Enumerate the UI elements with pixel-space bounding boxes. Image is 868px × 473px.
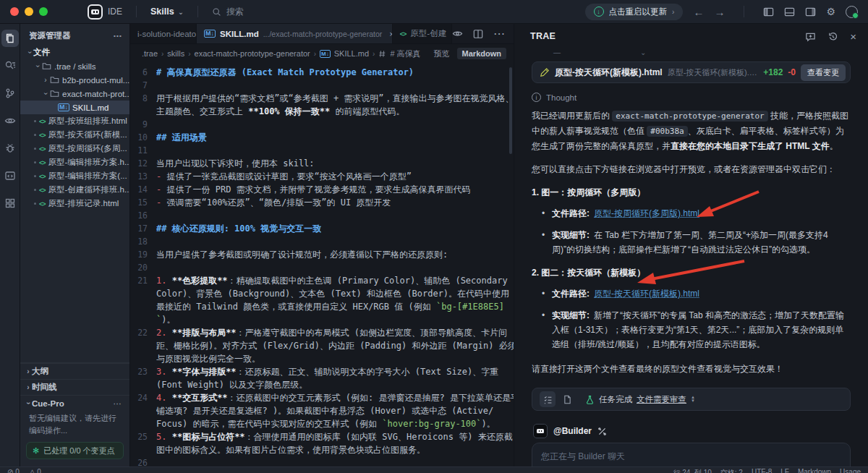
tree-item-4[interactable]: M↓SKILL.md (20, 101, 129, 114)
changed-file-card[interactable]: 原型-按天循环(新模板).html 原型-按天循环(新模板).html +182… (532, 61, 851, 83)
account-avatar[interactable] (846, 6, 858, 18)
close-panel-icon[interactable]: × (850, 30, 856, 43)
markdown-file-icon: M↓ (58, 103, 69, 111)
download-icon: ↓ (594, 7, 604, 17)
todo-list-icon[interactable] (540, 391, 556, 407)
editor-group: i-solution-ideator M↓ SKILL.md .../exact… (130, 24, 514, 466)
code-line: 铺选项? 是开关还是复选框? )。如果截图中有悬浮态 (Hover) 或选中态 … (130, 404, 514, 417)
split-editor-icon[interactable] (473, 29, 483, 39)
modified-dot-icon (34, 134, 36, 136)
thought-header[interactable]: i Thought (532, 93, 851, 102)
close-window-button[interactable] (10, 7, 19, 16)
language-mode-badge[interactable]: Markdown (457, 48, 506, 59)
eol[interactable]: LF (780, 468, 789, 473)
back-button[interactable]: ← (693, 6, 704, 18)
builder-agent-row[interactable]: @Builder (532, 419, 851, 443)
zoom-window-button[interactable] (39, 7, 48, 16)
explorer-icon[interactable] (1, 30, 19, 47)
settings-gear-icon[interactable]: ⚙ (826, 6, 835, 17)
divider (136, 6, 137, 17)
code-panel-icon[interactable] (1, 167, 19, 184)
preview-eye-icon[interactable] (1, 112, 19, 129)
code-line: 图中的图标含义。如果有图片占位需求，使用背景色块或占位图服务。 (130, 443, 514, 456)
warning-count[interactable]: △ 0 (30, 468, 41, 473)
forward-button[interactable]: → (714, 6, 725, 18)
outline-section[interactable]: ›大纲 (20, 363, 129, 379)
tree-item-7[interactable]: <>原型-按周循环(多周... (20, 142, 129, 155)
sidebar-more-icon[interactable]: ⋯ (114, 31, 123, 41)
file-path: 原型-按天循环(新模板).html (668, 67, 759, 78)
item1-title: 1. 图一：按周循环（多周版） (532, 187, 851, 199)
cuepro-status[interactable]: ✻ 已处理 0/0 个变更点 (26, 442, 124, 459)
tree-item-1[interactable]: ›.trae / skills (20, 59, 129, 73)
toggle-left-panel-button[interactable] (763, 7, 774, 17)
tree-item-6[interactable]: <>原型-按天循环(新模... (20, 128, 129, 142)
tree-item-label: 文件 (33, 47, 50, 58)
view-changes-button[interactable]: 查看变更 (801, 64, 846, 81)
timeline-section[interactable]: ›时间线 (20, 379, 129, 395)
tree-item-5[interactable]: <>原型-按班组排班.html (20, 114, 129, 128)
tree-item-11[interactable]: <>原型-排班记录.html (20, 197, 129, 210)
tab-i-solution-ideator[interactable]: i-solution-ideator (130, 24, 197, 43)
html-file-icon: <> (39, 159, 46, 166)
code-line: 16 (130, 209, 514, 222)
code-line: 11 (130, 144, 514, 157)
tree-item-8[interactable]: <>原型-编辑排班方案.h... (20, 155, 129, 169)
file-name: 原型-按天循环(新模板).html (555, 67, 663, 79)
encoding[interactable]: UTF-8 (752, 468, 772, 473)
cuepro-more-icon[interactable]: ⋯ (114, 399, 123, 409)
chevron-down-icon: ⌄ (178, 8, 184, 16)
tree-item-2[interactable]: ›b2b-product-mul... (20, 73, 129, 87)
tools-icon[interactable] (597, 427, 607, 436)
twisty-icon: › (42, 76, 49, 84)
sidebar-title: 资源管理器 (29, 30, 71, 41)
extensions-grid-icon[interactable] (1, 195, 19, 212)
file-link-day-version[interactable]: 原型-按天循环(新模板).html (594, 289, 699, 299)
tree-item-9[interactable]: <>原型-编辑排班方案(... (20, 169, 129, 183)
code-editor[interactable]: 6# 高保真原型还原器 (Exact Match Prototype Gener… (130, 63, 514, 469)
tab-skill-md[interactable]: M↓ SKILL.md .../exact-match-prototype-ge… (197, 24, 393, 43)
tab-prototype-create[interactable]: <> 原型-创建 (393, 24, 452, 43)
code-line: 主题颜色、交互形式上 **100% 保持一致** 的前端原型代码。 (130, 105, 514, 118)
skills-menu[interactable]: Skills⌄ (150, 7, 184, 17)
tree-item-10[interactable]: <>原型-创建循环排班.h... (20, 183, 129, 197)
folder-icon (50, 89, 59, 98)
source-control-icon[interactable] (1, 85, 19, 102)
language-mode[interactable]: Markdown (798, 468, 831, 473)
code-line: 20 (130, 261, 514, 274)
tree-item-label: .trae / skills (54, 62, 96, 71)
global-search[interactable]: 搜索 (212, 6, 244, 18)
explorer-sidebar: 资源管理器 ⋯ ›文件›.trae / skills›b2b-product-m… (20, 24, 130, 466)
tree-item-0[interactable]: ›文件 (20, 46, 129, 59)
expand-collapse-icon[interactable]: ▲▼ (691, 396, 695, 403)
cuepro-section[interactable]: ›Cue-Pro⋯ (20, 395, 129, 411)
editor-more-icon[interactable]: ⋯ (493, 27, 505, 41)
cursor-position[interactable]: 行 24, 列 10 (673, 468, 711, 473)
indentation[interactable]: 空格: 2 (720, 468, 743, 473)
history-icon[interactable] (827, 31, 838, 42)
debug-bug-icon[interactable] (1, 140, 19, 157)
folder-icon (42, 61, 51, 71)
activity-bar (0, 24, 20, 466)
html-file-icon: <> (39, 145, 46, 153)
preview-label[interactable]: 预览 (434, 48, 450, 59)
file-link-week-version[interactable]: 原型-按周循环(多周版).html (594, 208, 699, 218)
toggle-bottom-panel-button[interactable] (784, 7, 795, 17)
minimize-window-button[interactable] (25, 7, 33, 16)
assistant-closing: 请直接打开这两个文件查看最终的原型文件查看视觉与交互效果！ (532, 362, 851, 376)
new-chat-icon[interactable] (805, 31, 816, 42)
code-line: `)。 (130, 313, 514, 326)
tree-item-3[interactable]: ›exact-match-prot... (20, 87, 129, 101)
search-list-icon[interactable] (1, 57, 19, 74)
restart-update-button[interactable]: ↓ 点击重启以更新 › (585, 4, 684, 20)
toggle-right-panel-button[interactable] (805, 7, 816, 17)
html-file-icon: <> (39, 118, 46, 125)
error-count[interactable]: ⊘ 0 (7, 468, 20, 473)
document-icon[interactable] (563, 395, 572, 404)
task-done-label: 任务完成 (599, 394, 632, 405)
usage[interactable]: Usage (840, 468, 861, 473)
editor-scrollbar[interactable] (509, 67, 512, 154)
open-preview-icon[interactable] (452, 28, 463, 39)
breadcrumb[interactable]: .trae› skills› exact-match-prototype-gen… (130, 44, 514, 63)
review-files-link[interactable]: 文件需要审查 (637, 394, 686, 405)
